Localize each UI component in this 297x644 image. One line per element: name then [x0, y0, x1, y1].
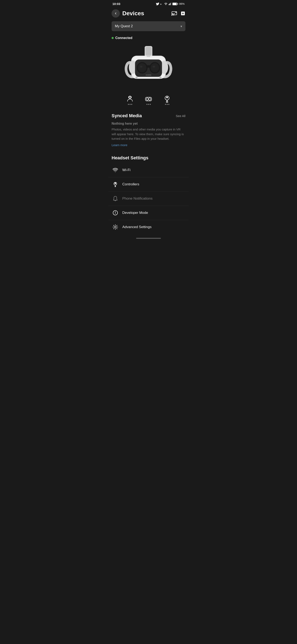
svg-point-42: [166, 97, 168, 98]
vr-headset-icon: [144, 95, 153, 103]
svg-point-32: [135, 76, 137, 78]
svg-point-10: [171, 15, 172, 16]
svg-point-28: [151, 63, 159, 72]
advanced-settings-icon: [112, 223, 119, 231]
battery-icon: [172, 2, 178, 5]
cast-button[interactable]: [171, 11, 177, 16]
cast-icon: [171, 11, 177, 16]
phone-notifications-icon: [112, 195, 119, 202]
page-title: Devices: [122, 10, 171, 17]
svg-point-25: [138, 63, 146, 72]
headset-image-container: oculus: [112, 42, 185, 93]
svg-point-26: [140, 66, 143, 68]
wifi-status-icon: [164, 2, 167, 5]
add-icon: [180, 11, 185, 16]
home-indicator-bar: [136, 238, 161, 239]
page-header: Devices: [108, 7, 189, 20]
empty-state-description: Photos, videos and other media you captu…: [112, 127, 185, 141]
svg-rect-30: [146, 65, 151, 68]
notification-icon: n: [160, 2, 163, 5]
person-action-dots: [128, 104, 132, 105]
back-button[interactable]: [112, 9, 120, 18]
device-section: Connected: [108, 34, 189, 93]
svg-point-43: [115, 171, 116, 172]
wifi-icon: [112, 166, 119, 174]
learn-more-link[interactable]: Learn more: [112, 143, 127, 147]
signal-icon: [169, 2, 171, 5]
synced-media-header: Synced Media See All: [108, 110, 189, 121]
svg-text:oculus: oculus: [146, 74, 151, 76]
svg-point-1: [166, 5, 166, 5]
headset-action[interactable]: [144, 95, 153, 105]
headset-svg: [145, 95, 152, 102]
svg-point-45: [115, 183, 116, 184]
svg-rect-12: [146, 47, 151, 56]
synced-media-empty-state: Nothing here yet Photos, videos and othe…: [108, 121, 189, 152]
chevron-down-icon: ▾: [180, 24, 182, 28]
see-all-button[interactable]: See All: [176, 114, 185, 118]
home-indicator: [108, 236, 189, 240]
device-selector[interactable]: My Quest 2 ▾: [112, 21, 185, 31]
status-time: 10:03: [112, 2, 120, 6]
svg-rect-3: [169, 4, 170, 5]
connected-label: Connected: [115, 36, 132, 40]
svg-rect-34: [147, 56, 151, 57]
svg-point-39: [149, 98, 151, 100]
person-icon: [126, 95, 134, 103]
status-icons: n 86%: [156, 2, 185, 5]
svg-rect-8: [177, 3, 178, 4]
device-actions: [108, 93, 189, 110]
phone-notifications-label: Phone Notifications: [122, 196, 152, 201]
svg-point-29: [153, 66, 155, 68]
headset-image: oculus: [120, 44, 177, 89]
svg-rect-2: [169, 4, 169, 5]
headset-action-dots: [146, 104, 151, 105]
selected-device-name: My Quest 2: [115, 24, 133, 28]
svg-rect-7: [173, 3, 177, 5]
svg-text:n: n: [160, 3, 162, 5]
svg-point-33: [159, 76, 161, 78]
svg-point-38: [146, 98, 148, 100]
controllers-icon: [112, 180, 119, 188]
wifi-label: Wi-Fi: [122, 168, 131, 172]
controllers-label: Controllers: [122, 182, 139, 186]
controller-svg: [163, 95, 171, 102]
developer-mode-label: Developer Mode: [122, 211, 148, 215]
advanced-settings-label: Advanced Settings: [122, 225, 152, 229]
status-bar: 10:03 n 86%: [108, 0, 189, 7]
svg-point-48: [115, 213, 116, 214]
controller-action-dots: [165, 104, 169, 105]
settings-item-phone-notifications[interactable]: Phone Notifications: [108, 192, 189, 206]
settings-item-wifi[interactable]: Wi-Fi: [108, 163, 189, 177]
back-arrow-icon: [114, 11, 118, 16]
svg-rect-5: [171, 2, 171, 5]
settings-item-controllers[interactable]: Controllers: [108, 177, 189, 192]
add-button[interactable]: [180, 11, 185, 16]
controller-icon: [163, 95, 171, 103]
empty-state-title: Nothing here yet: [112, 122, 185, 126]
settings-item-advanced-settings[interactable]: Advanced Settings: [108, 220, 189, 234]
person-action[interactable]: [126, 95, 134, 105]
controller-action[interactable]: [163, 95, 171, 105]
twitter-icon: [156, 2, 159, 5]
connection-status: Connected: [112, 36, 185, 40]
header-actions: [171, 11, 185, 16]
connected-dot: [112, 37, 114, 39]
svg-point-35: [129, 96, 131, 98]
person-svg: [126, 95, 134, 102]
battery-percent: 86%: [179, 2, 185, 5]
svg-point-49: [114, 226, 116, 228]
settings-item-developer-mode[interactable]: Developer Mode: [108, 206, 189, 220]
headset-settings-section: Headset Settings Wi-Fi Controllers: [108, 152, 189, 234]
settings-section-title: Headset Settings: [108, 154, 189, 163]
svg-rect-4: [170, 3, 171, 5]
svg-rect-36: [128, 96, 131, 98]
synced-media-title: Synced Media: [112, 113, 142, 118]
developer-mode-icon: [112, 209, 119, 216]
